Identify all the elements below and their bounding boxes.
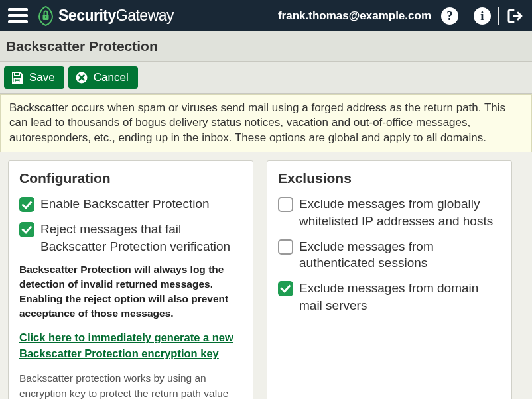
- divider: [466, 7, 466, 25]
- checkbox-icon: [278, 197, 293, 212]
- menu-button[interactable]: [8, 5, 28, 26]
- enable-backscatter-checkbox[interactable]: Enable Backscatter Protection: [19, 196, 242, 213]
- config-note: Backscatter Protection will always log t…: [19, 262, 242, 321]
- info-banner: Backscatter occurs when spam or viruses …: [0, 94, 532, 152]
- configuration-heading: Configuration: [19, 170, 242, 186]
- checkbox-label: Reject messages that fail Backscatter Pr…: [40, 221, 242, 255]
- cancel-icon: [75, 71, 88, 84]
- exclude-authenticated-checkbox[interactable]: Exclude messages from authenticated sess…: [278, 238, 501, 272]
- svg-point-1: [45, 16, 46, 17]
- checkbox-label: Exclude messages from globally whitelist…: [299, 196, 501, 229]
- brand-name: SecurityGateway: [58, 7, 174, 25]
- help-button[interactable]: ?: [440, 7, 459, 25]
- info-text: Backscatter occurs when spam or viruses …: [9, 101, 523, 145]
- svg-rect-2: [15, 72, 19, 76]
- about-button[interactable]: i: [473, 7, 492, 25]
- checkbox-label: Enable Backscatter Protection: [40, 196, 210, 213]
- save-button[interactable]: Save: [4, 66, 64, 89]
- exclude-domain-servers-checkbox[interactable]: Exclude messages from domain mail server…: [278, 280, 501, 314]
- checkbox-icon: [278, 281, 293, 296]
- config-explain: Backscatter protection works by using an…: [19, 371, 242, 399]
- checkbox-icon: [19, 222, 34, 237]
- lock-shield-icon: [37, 6, 54, 26]
- svg-rect-3: [15, 78, 21, 83]
- page-title-bar: Backscatter Protection: [0, 31, 532, 62]
- user-email: frank.thomas@example.com: [278, 9, 431, 23]
- cancel-label: Cancel: [94, 71, 129, 84]
- reject-messages-checkbox[interactable]: Reject messages that fail Backscatter Pr…: [19, 221, 242, 255]
- generate-key-link[interactable]: Click here to immediately generate a new…: [19, 330, 242, 362]
- save-label: Save: [29, 71, 55, 84]
- page-title: Backscatter Protection: [6, 38, 526, 54]
- checkbox-label: Exclude messages from authenticated sess…: [299, 238, 501, 272]
- toolbar: Save Cancel: [0, 62, 532, 94]
- exclude-whitelisted-checkbox[interactable]: Exclude messages from globally whitelist…: [278, 196, 501, 229]
- content-scroll[interactable]: Backscatter occurs when spam or viruses …: [0, 94, 532, 399]
- cancel-button[interactable]: Cancel: [68, 66, 138, 89]
- exclusions-heading: Exclusions: [278, 170, 501, 186]
- checkbox-icon: [278, 239, 293, 255]
- logout-icon: [506, 7, 523, 25]
- save-icon: [11, 71, 24, 84]
- logout-button[interactable]: [505, 7, 524, 25]
- app-logo: SecurityGateway: [37, 6, 174, 26]
- exclusions-panel: Exclusions Exclude messages from globall…: [267, 160, 512, 399]
- divider: [498, 7, 499, 25]
- configuration-panel: Configuration Enable Backscatter Protect…: [8, 160, 253, 399]
- checkbox-icon: [19, 197, 34, 212]
- app-header: SecurityGateway frank.thomas@example.com…: [0, 0, 532, 31]
- checkbox-label: Exclude messages from domain mail server…: [299, 280, 501, 314]
